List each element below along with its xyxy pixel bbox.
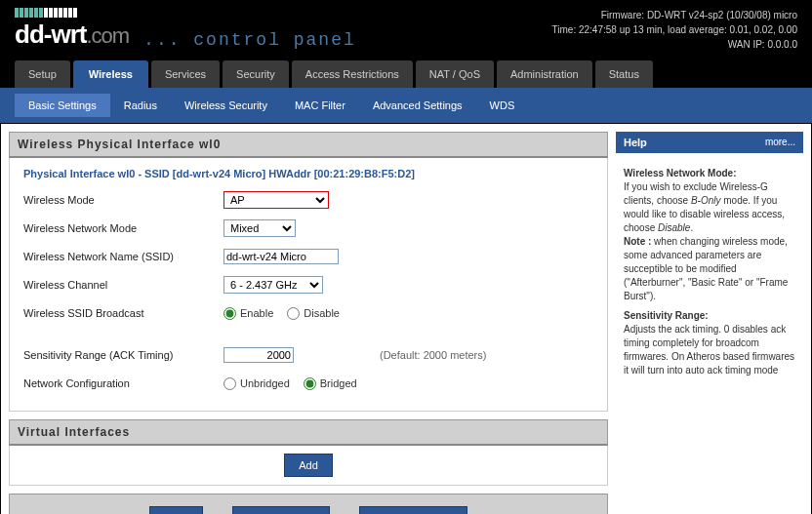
ack-default-text: (Default: 2000 meters) (380, 349, 486, 361)
tab-status[interactable]: Status (595, 60, 653, 88)
input-ack[interactable] (223, 347, 294, 363)
radio-broadcast-enable[interactable]: Enable (223, 307, 273, 320)
header-info: Firmware: DD-WRT v24-sp2 (10/30/08) micr… (552, 8, 797, 52)
radio-broadcast-disable[interactable]: Disable (287, 307, 340, 320)
logo-text: dd-wrt (15, 20, 86, 49)
tab-wireless[interactable]: Wireless (73, 60, 148, 88)
firmware-text: Firmware: DD-WRT v24-sp2 (10/30/08) micr… (552, 8, 797, 22)
interface-info: Physical Interface wl0 - SSID [dd-wrt-v2… (23, 168, 593, 179)
main-tabs: Setup Wireless Services Security Access … (0, 60, 812, 88)
content: Wireless Physical Interface wl0 Physical… (0, 123, 812, 514)
footer-buttons: Save Apply Settings Cancel Changes (9, 494, 608, 514)
label-wireless-mode: Wireless Mode (23, 194, 223, 206)
help-body: Wireless Network Mode: If you wish to ex… (616, 153, 803, 391)
logo-area: dd-wrt.com ... control panel (15, 8, 356, 50)
help-p2: Adjusts the ack timing. 0 disables ack t… (624, 323, 795, 377)
wanip-text: WAN IP: 0.0.0.0 (552, 37, 797, 52)
section-body-physical: Physical Interface wl0 - SSID [dd-wrt-v2… (9, 158, 608, 412)
header: dd-wrt.com ... control panel Firmware: D… (0, 0, 812, 60)
row-broadcast: Wireless SSID Broadcast Enable Disable (23, 302, 593, 324)
cancel-button[interactable]: Cancel Changes (359, 506, 467, 514)
row-ack: Sensitivity Range (ACK Timing) (Default:… (23, 344, 593, 366)
subtab-wireless-security[interactable]: Wireless Security (171, 94, 281, 117)
subtab-radius[interactable]: Radius (110, 94, 171, 117)
label-channel: Wireless Channel (23, 279, 223, 291)
radio-bridged[interactable]: Bridged (304, 377, 357, 390)
tab-access-restrictions[interactable]: Access Restrictions (292, 60, 413, 88)
tab-services[interactable]: Services (151, 60, 220, 88)
logo: dd-wrt.com (15, 8, 129, 50)
add-button[interactable]: Add (284, 454, 333, 477)
subtab-mac-filter[interactable]: MAC Filter (281, 94, 359, 117)
control-panel-subtitle: ... control panel (143, 30, 356, 50)
help-h1: Wireless Network Mode: (624, 167, 795, 180)
apply-button[interactable]: Apply Settings (232, 506, 330, 514)
time-text: Time: 22:47:58 up 13 min, load average: … (552, 22, 797, 37)
label-ack: Sensitivity Range (ACK Timing) (23, 349, 223, 361)
help-title: Help (624, 137, 647, 148)
select-network-mode[interactable]: Mixed (223, 219, 296, 237)
select-channel[interactable]: 6 - 2.437 GHz (223, 276, 323, 294)
logo-suffix: .com (86, 23, 129, 48)
row-network-mode: Wireless Network Mode Mixed (23, 217, 593, 239)
label-broadcast: Wireless SSID Broadcast (23, 307, 223, 319)
tab-administration[interactable]: Administration (497, 60, 592, 88)
logo-bars-icon (15, 8, 129, 18)
tab-nat-qos[interactable]: NAT / QoS (416, 60, 494, 88)
radio-unbridged[interactable]: Unbridged (223, 377, 290, 390)
help-more-link[interactable]: more... (765, 137, 795, 148)
tab-security[interactable]: Security (223, 60, 289, 88)
subtab-advanced-settings[interactable]: Advanced Settings (359, 94, 476, 117)
label-netconf: Network Configuration (23, 377, 223, 389)
main-panel: Wireless Physical Interface wl0 Physical… (9, 132, 608, 514)
help-p1: If you wish to exclude Wireless-G client… (624, 180, 795, 303)
section-header-virtual: Virtual Interfaces (9, 419, 608, 446)
row-wireless-mode: Wireless Mode AP (23, 189, 593, 211)
row-channel: Wireless Channel 6 - 2.437 GHz (23, 274, 593, 296)
select-wireless-mode[interactable]: AP (223, 191, 329, 209)
subtab-wds[interactable]: WDS (476, 94, 529, 117)
section-header-physical: Wireless Physical Interface wl0 (9, 132, 608, 158)
subtab-basic-settings[interactable]: Basic Settings (15, 94, 110, 117)
help-h2: Sensitivity Range: (624, 309, 795, 323)
label-network-mode: Wireless Network Mode (23, 222, 223, 234)
save-button[interactable]: Save (149, 506, 203, 514)
label-ssid: Wireless Network Name (SSID) (23, 251, 223, 262)
help-panel: Help more... Wireless Network Mode: If y… (616, 132, 803, 514)
row-ssid: Wireless Network Name (SSID) (23, 246, 593, 267)
sub-tabs: Basic Settings Radius Wireless Security … (0, 88, 812, 123)
section-body-virtual: Add (9, 446, 608, 486)
tab-setup[interactable]: Setup (15, 60, 70, 88)
row-netconf: Network Configuration Unbridged Bridged (23, 373, 593, 394)
help-header: Help more... (616, 132, 803, 153)
input-ssid[interactable] (223, 249, 339, 264)
